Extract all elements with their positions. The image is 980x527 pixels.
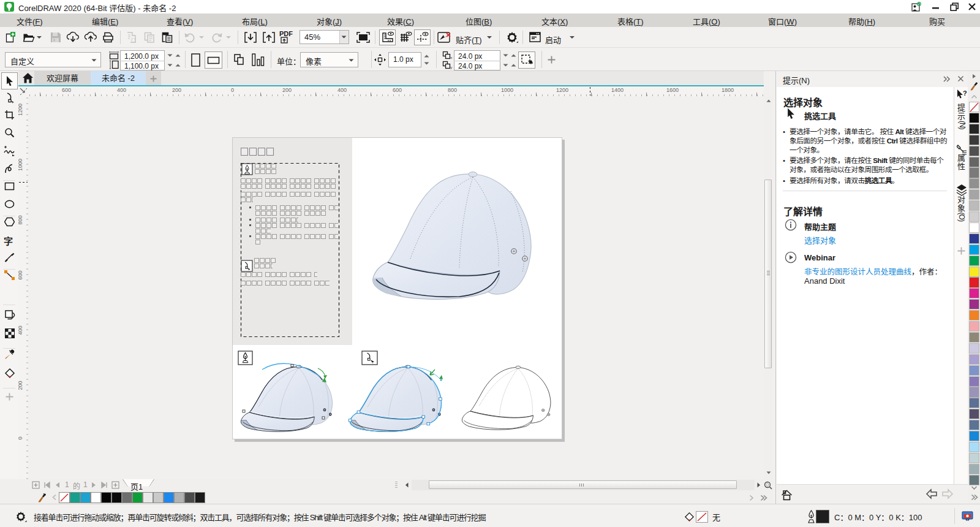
svg-text:y: y: [450, 66, 452, 69]
svg-text:?: ?: [963, 89, 967, 97]
svg-text:x: x: [450, 56, 452, 59]
